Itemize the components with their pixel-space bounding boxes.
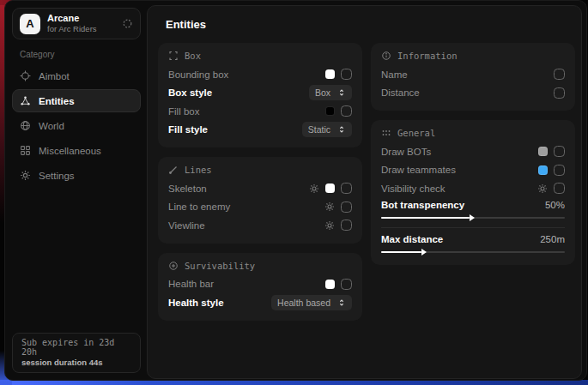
- line-to-enemy-row: Line to enemy: [168, 198, 352, 217]
- sidebar-item-settings[interactable]: Settings: [12, 164, 141, 187]
- skeleton-row: Skeleton: [168, 179, 352, 198]
- color-swatch[interactable]: [538, 165, 548, 175]
- row-label: Viewline: [168, 220, 205, 231]
- slider-label: Max distance: [381, 234, 443, 244]
- gear-icon[interactable]: [324, 220, 335, 231]
- max-distance-slider[interactable]: [381, 251, 565, 253]
- row-label: Line to enemy: [168, 202, 230, 212]
- session-duration-text: session duration 44s: [21, 358, 131, 367]
- draw-teammates-row: Draw teammates: [381, 161, 565, 180]
- gear-icon[interactable]: [324, 202, 335, 212]
- info-icon: [381, 51, 391, 61]
- bounding-box-checkbox[interactable]: [341, 69, 352, 80]
- slider-value: 50%: [545, 200, 565, 210]
- sidebar-item-label: Aimbot: [39, 71, 70, 81]
- row-label: Bounding box: [168, 69, 228, 80]
- survivability-panel-header: Survivability: [168, 261, 352, 271]
- row-label: Fill style: [168, 124, 208, 135]
- sidebar-item-label: Settings: [39, 171, 75, 181]
- panel-title: General: [397, 128, 435, 138]
- gear-icon[interactable]: [309, 183, 319, 194]
- general-panel: General Draw BOTs Draw teammates: [371, 120, 575, 265]
- health-bar-checkbox[interactable]: [341, 279, 352, 290]
- sidebar-item-label: Entities: [39, 96, 75, 106]
- visibility-check-checkbox[interactable]: [554, 183, 565, 194]
- health-style-dropdown[interactable]: Health based: [271, 295, 352, 310]
- unfold-icon: [337, 88, 346, 97]
- page-title: Entities: [166, 18, 575, 31]
- sync-icon[interactable]: [122, 18, 133, 29]
- row-label: Fill box: [168, 106, 199, 117]
- main-panel: Entities Box Bounding box: [147, 5, 582, 379]
- subscription-card: Sub expires in 23d 20h session duration …: [12, 333, 141, 373]
- brand-card: A Arcane for Arc Riders: [12, 8, 141, 39]
- color-swatch[interactable]: [325, 183, 335, 193]
- color-swatch[interactable]: [325, 280, 335, 289]
- name-row: Name: [381, 65, 565, 84]
- information-panel-header: Information: [381, 51, 565, 61]
- app-window: A Arcane for Arc Riders Category Aimbot …: [4, 0, 587, 381]
- slider-label: Bot transpenency: [381, 200, 464, 210]
- panel-title: Lines: [185, 165, 212, 175]
- fill-box-checkbox[interactable]: [341, 105, 352, 117]
- brand-subtitle: for Arc Riders: [47, 24, 97, 33]
- sidebar-item-entities[interactable]: Entities: [12, 89, 141, 112]
- draw-teammates-checkbox[interactable]: [554, 165, 565, 176]
- right-column: Information Name Distance: [371, 43, 575, 321]
- line-to-enemy-checkbox[interactable]: [341, 202, 352, 213]
- fill-box-row: Fill box: [168, 102, 352, 121]
- viewline-row: Viewline: [168, 216, 352, 235]
- unfold-icon: [337, 298, 346, 307]
- globe-icon: [20, 120, 31, 131]
- entities-icon: [20, 95, 31, 106]
- gear-icon[interactable]: [537, 183, 548, 194]
- panel-title: Information: [397, 51, 458, 61]
- dropdown-value: Box: [315, 87, 330, 98]
- slider-value: 250m: [540, 234, 565, 244]
- sidebar-item-miscellaneous[interactable]: Miscellaneous: [12, 139, 141, 162]
- general-panel-header: General: [381, 128, 565, 138]
- color-swatch[interactable]: [325, 69, 335, 79]
- row-label: Draw teammates: [381, 165, 456, 175]
- sidebar-item-label: World: [39, 121, 64, 131]
- brand-logo: A: [20, 14, 40, 34]
- health-style-row: Health style Health based: [168, 293, 352, 312]
- gear-icon: [20, 170, 31, 181]
- sidebar-item-world[interactable]: World: [12, 114, 141, 137]
- box-style-dropdown[interactable]: Box: [309, 85, 352, 100]
- row-label: Visibility check: [381, 183, 446, 194]
- panel-title: Survivability: [185, 261, 255, 271]
- dropdown-value: Health based: [277, 298, 330, 308]
- skeleton-checkbox[interactable]: [341, 183, 352, 194]
- distance-checkbox[interactable]: [554, 87, 565, 99]
- health-cross-icon: [168, 261, 179, 271]
- line-icon: [168, 165, 179, 175]
- color-swatch[interactable]: [538, 147, 548, 156]
- sidebar-item-label: Miscellaneous: [39, 146, 101, 156]
- row-label: Skeleton: [168, 183, 207, 194]
- survivability-panel: Survivability Health bar Health style: [158, 253, 362, 321]
- color-swatch[interactable]: [325, 106, 335, 116]
- row-label: Name: [381, 69, 408, 80]
- draw-bots-checkbox[interactable]: [554, 146, 565, 157]
- bot-transparency-slider[interactable]: [381, 217, 565, 219]
- lines-panel-header: Lines: [168, 165, 352, 175]
- fill-style-dropdown[interactable]: Static: [302, 122, 352, 137]
- viewline-checkbox[interactable]: [341, 220, 352, 231]
- max-distance-slider-block: Max distance 250m: [381, 227, 565, 256]
- sub-expiry-text: Sub expires in 23d 20h: [21, 338, 131, 357]
- name-checkbox[interactable]: [554, 69, 565, 80]
- bounding-box-row: Bounding box: [168, 65, 352, 84]
- brand-text: Arcane for Arc Riders: [47, 13, 97, 34]
- left-column: Box Bounding box Box style: [158, 43, 362, 321]
- dots-grid-icon: [381, 128, 391, 138]
- information-panel: Information Name Distance: [371, 43, 575, 111]
- grid-icon: [20, 145, 31, 156]
- sidebar-item-aimbot[interactable]: Aimbot: [12, 64, 141, 87]
- row-label: Box style: [168, 87, 212, 98]
- health-bar-row: Health bar: [168, 275, 352, 294]
- brackets-icon: [168, 51, 179, 61]
- box-panel-header: Box: [168, 51, 352, 61]
- distance-row: Distance: [381, 84, 565, 103]
- row-label: Draw BOTs: [381, 147, 431, 157]
